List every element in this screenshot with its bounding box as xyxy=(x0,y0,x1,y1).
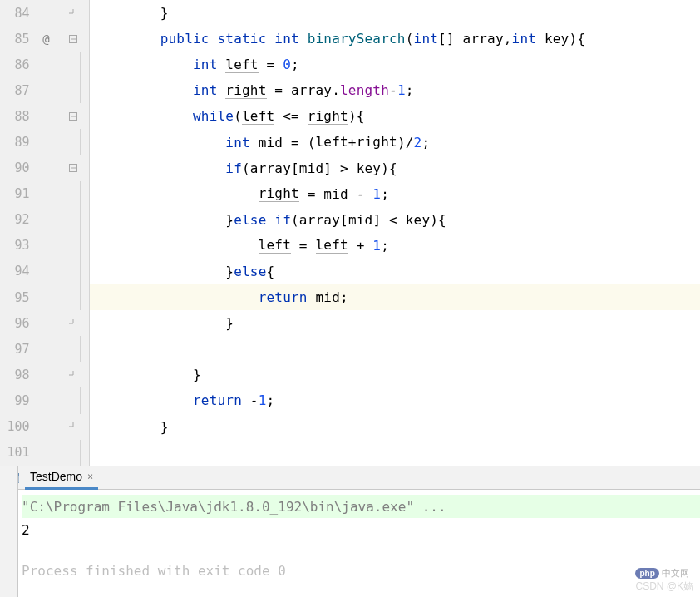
tab-testdemo[interactable]: TestDemo × xyxy=(25,466,98,490)
token-kw: else xyxy=(234,264,266,279)
token-var: mid xyxy=(348,212,373,228)
code-line[interactable]: public static int binarySearch(int[] arr… xyxy=(90,26,700,52)
code-line[interactable] xyxy=(90,440,700,466)
fold-marker[interactable] xyxy=(57,370,89,380)
token-plain: [ xyxy=(291,160,299,176)
code-line[interactable]: } xyxy=(90,0,700,26)
tab-bar: TestDemo × xyxy=(0,466,700,490)
fold-close-icon[interactable] xyxy=(68,370,78,380)
fold-open-icon[interactable] xyxy=(68,163,78,173)
gutter-row: 92 xyxy=(0,207,89,233)
close-icon[interactable]: × xyxy=(87,471,93,482)
code-line[interactable]: if(array[mid] > key){ xyxy=(90,155,700,181)
code-line[interactable]: while(left <= right){ xyxy=(90,103,700,129)
gutter-row: 101 xyxy=(0,440,89,466)
token-fld: length xyxy=(340,82,389,98)
code-line[interactable] xyxy=(90,336,700,362)
line-number: 91 xyxy=(0,186,35,201)
token-plain: + xyxy=(348,135,357,150)
code-line[interactable]: }else{ xyxy=(90,259,700,284)
gutter: 8485@8687888990919293949596979899100101 xyxy=(0,0,90,466)
token-num: 1 xyxy=(259,392,267,408)
token-num: 1 xyxy=(372,186,381,202)
token-kw: return xyxy=(259,289,316,305)
code-editor: 8485@8687888990919293949596979899100101 … xyxy=(0,0,700,466)
token-var: array xyxy=(291,82,332,98)
line-number: 96 xyxy=(0,316,35,331)
token-plain: [ xyxy=(340,212,348,228)
token-kw: while xyxy=(193,108,234,124)
code-area[interactable]: } public static int binarySearch(int[] a… xyxy=(90,0,700,466)
fold-marker[interactable] xyxy=(57,422,89,432)
token-plain: ] > xyxy=(323,160,356,176)
fold-marker[interactable] xyxy=(57,111,89,121)
line-number: 87 xyxy=(0,83,35,98)
token-kw: public xyxy=(160,31,218,47)
code-line[interactable]: } xyxy=(90,414,700,440)
token-plain: ( xyxy=(291,212,299,228)
fold-marker[interactable] xyxy=(57,318,89,328)
fold-close-icon[interactable] xyxy=(68,318,78,328)
token-var: mid xyxy=(299,160,324,176)
console-exit: Process finished with exit code 0 xyxy=(22,565,700,576)
token-var: key xyxy=(406,212,431,228)
fold-marker[interactable] xyxy=(57,163,89,173)
gutter-row: 100 xyxy=(0,414,89,440)
fold-open-icon[interactable] xyxy=(68,111,78,121)
code-line[interactable]: return -1; xyxy=(90,387,700,413)
console-gutter xyxy=(0,466,18,597)
line-number: 93 xyxy=(0,238,35,253)
token-plain: } xyxy=(160,419,169,435)
token-var: mid xyxy=(323,186,348,202)
code-line[interactable]: right = mid - 1; xyxy=(90,181,700,207)
code-line[interactable]: int right = array.length-1; xyxy=(90,77,700,103)
token-plain: ( xyxy=(406,31,414,47)
cn-text: 中文网 xyxy=(662,568,689,578)
token-plain: ; xyxy=(406,82,414,98)
line-number: 85 xyxy=(0,32,35,47)
token-var: key xyxy=(545,31,569,47)
code-line[interactable]: return mid; xyxy=(90,284,700,310)
gutter-row: 94 xyxy=(0,259,89,284)
line-number: 99 xyxy=(0,393,35,408)
token-plain: ; xyxy=(421,135,430,150)
run-panel: TestDemo × "C:\Program Files\Java\jdk1.8… xyxy=(0,466,700,590)
line-number: 88 xyxy=(0,109,35,124)
token-plain: = xyxy=(299,186,324,202)
line-number: 98 xyxy=(0,368,35,382)
line-number: 92 xyxy=(0,212,35,227)
token-plain: = xyxy=(291,238,316,254)
fold-marker[interactable] xyxy=(57,34,89,44)
token-plain: ; xyxy=(291,57,299,72)
line-number: 100 xyxy=(0,419,35,434)
console-output[interactable]: "C:\Program Files\Java\jdk1.8.0_192\bin\… xyxy=(0,490,700,590)
token-kw: int xyxy=(512,31,545,47)
token-plain: ( xyxy=(242,160,250,176)
fold-open-icon[interactable] xyxy=(68,34,78,44)
gutter-row: 91 xyxy=(0,181,89,207)
code-line[interactable]: } xyxy=(90,310,700,336)
token-plain: ){ xyxy=(348,108,365,124)
line-number: 95 xyxy=(0,290,35,305)
code-line[interactable]: left = left + 1; xyxy=(90,233,700,259)
token-fn: binarySearch xyxy=(308,31,406,47)
fold-marker[interactable] xyxy=(57,8,89,18)
token-plain: = ( xyxy=(283,135,315,150)
tab-label: TestDemo xyxy=(30,470,82,483)
code-line[interactable]: int left = 0; xyxy=(90,52,700,77)
code-line[interactable]: }else if(array[mid] < key){ xyxy=(90,207,700,233)
code-line[interactable]: int mid = (left+right)/2; xyxy=(90,129,700,155)
fold-close-icon[interactable] xyxy=(68,422,78,432)
token-plain: )/ xyxy=(397,135,414,150)
token-var: left xyxy=(242,108,274,125)
gutter-row: 99 xyxy=(0,387,89,413)
token-kw: int xyxy=(225,135,258,150)
token-var: right xyxy=(357,134,397,150)
line-number: 101 xyxy=(0,445,35,460)
token-plain: = xyxy=(259,57,283,72)
token-plain: ; xyxy=(340,289,348,305)
watermark: php 中文网 CSDN @K嫱 xyxy=(635,567,693,594)
fold-close-icon[interactable] xyxy=(68,8,78,18)
code-line[interactable]: } xyxy=(90,362,700,387)
token-plain: ; xyxy=(381,186,389,202)
